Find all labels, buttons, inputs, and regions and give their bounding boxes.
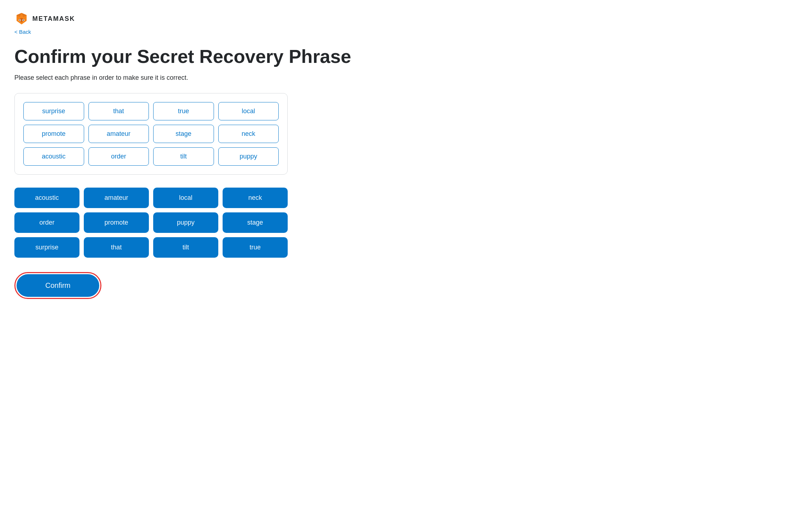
back-link[interactable]: < Back bbox=[14, 29, 798, 35]
word-buttons-grid: acousticamateurlocalneckorderpromotepupp… bbox=[14, 188, 288, 258]
word-button[interactable]: amateur bbox=[84, 188, 149, 208]
logo-row: METAMASK bbox=[14, 12, 798, 26]
display-word-chip[interactable]: order bbox=[88, 147, 149, 166]
display-word-chip[interactable]: true bbox=[153, 102, 214, 120]
display-word-chip[interactable]: puppy bbox=[218, 147, 279, 166]
word-button[interactable]: surprise bbox=[14, 237, 79, 258]
word-button[interactable]: neck bbox=[223, 188, 288, 208]
display-word-chip[interactable]: surprise bbox=[23, 102, 84, 120]
subtitle: Please select each phrase in order to ma… bbox=[14, 74, 798, 82]
svg-point-9 bbox=[23, 20, 24, 21]
word-button[interactable]: acoustic bbox=[14, 188, 79, 208]
header: METAMASK < Back bbox=[14, 12, 798, 35]
word-button[interactable]: that bbox=[84, 237, 149, 258]
word-button[interactable]: puppy bbox=[153, 212, 218, 233]
display-word-chip[interactable]: local bbox=[218, 102, 279, 120]
svg-point-8 bbox=[19, 20, 20, 21]
word-button[interactable]: stage bbox=[223, 212, 288, 233]
metamask-logo bbox=[14, 12, 29, 26]
display-word-chip[interactable]: acoustic bbox=[23, 147, 84, 166]
word-button[interactable]: local bbox=[153, 188, 218, 208]
word-button[interactable]: true bbox=[223, 237, 288, 258]
word-button[interactable]: order bbox=[14, 212, 79, 233]
display-word-chip[interactable]: that bbox=[88, 102, 149, 120]
confirm-section: Confirm bbox=[14, 272, 288, 299]
word-button[interactable]: tilt bbox=[153, 237, 218, 258]
logo-text: METAMASK bbox=[32, 15, 75, 23]
phrase-display-box: surprisethattruelocalpromoteamateurstage… bbox=[14, 93, 288, 175]
display-word-chip[interactable]: promote bbox=[23, 125, 84, 143]
word-buttons-section: acousticamateurlocalneckorderpromotepupp… bbox=[14, 188, 288, 258]
confirm-button-wrapper: Confirm bbox=[14, 272, 101, 299]
word-button[interactable]: promote bbox=[84, 212, 149, 233]
display-word-chip[interactable]: amateur bbox=[88, 125, 149, 143]
page-title: Confirm your Secret Recovery Phrase bbox=[14, 46, 798, 67]
display-word-chip[interactable]: neck bbox=[218, 125, 279, 143]
display-word-chip[interactable]: tilt bbox=[153, 147, 214, 166]
confirm-button[interactable]: Confirm bbox=[17, 274, 99, 297]
phrase-display-grid: surprisethattruelocalpromoteamateurstage… bbox=[23, 102, 279, 166]
display-word-chip[interactable]: stage bbox=[153, 125, 214, 143]
